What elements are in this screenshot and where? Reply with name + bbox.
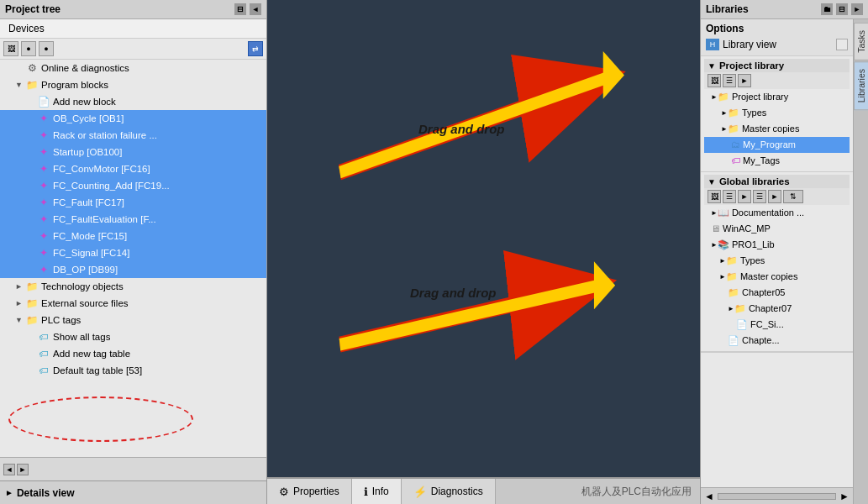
glob-lib-item-pro1-types[interactable]: ► 📁Types [704,253,850,269]
global-lib-chevron: ▼ [708,177,716,186]
tree-item-label: External source files [41,296,129,311]
lib-scroll-right[interactable]: ► [839,491,850,502]
proj-lib-item-types[interactable]: ► 📁Types [704,105,850,121]
toolbar-btn-3[interactable]: ● [39,41,54,56]
tree-item-program-blocks[interactable]: ▼📁Program blocks [0,76,266,93]
lib-item-icon: 📁 [718,90,729,104]
glob-lib-label: Chapter05 [742,286,785,300]
tree-item-rack-station[interactable]: ✦Rack or station failure ... [0,127,266,144]
lib-view-toggle[interactable] [836,39,848,50]
lib-icon-2[interactable]: ⊟ [836,3,848,15]
lib-icon-1[interactable]: 🖿 [821,3,833,15]
tab-info[interactable]: ℹ Info [352,479,402,504]
glob-lib-item-fc-si[interactable]: 📄FC_Si... [704,317,850,333]
lib-scroll-left[interactable]: ◄ [704,491,714,502]
global-libraries-header[interactable]: ▼ Global libraries [704,175,850,188]
star-icon: ✦ [37,264,50,276]
glob-lib-btn-3[interactable]: ► [738,190,751,203]
project-library-header[interactable]: ▼ Project library [704,59,850,72]
glob-lib-item-pro1-master[interactable]: ► 📁Master copies [704,269,850,285]
tree-item-add-new-tag-table[interactable]: 🏷Add new tag table [0,345,266,362]
tree-item-fc-mode[interactable]: ✦FC_Mode [FC15] [0,228,266,244]
glob-lib-arrow: ► [728,302,734,316]
tree-item-label: DB_OP [DB99] [53,262,118,277]
glob-lib-btn-2[interactable]: ☰ [723,190,736,203]
scroll-right-btn[interactable]: ► [17,464,29,475]
project-tree-title: Project tree [5,3,60,15]
proj-lib-item-master-copies[interactable]: ► 📁Master copies [704,121,850,137]
star-icon: ✦ [37,213,50,225]
star-icon: ✦ [37,129,50,141]
proj-lib-item-my-program[interactable]: 🗂My_Program [704,137,850,153]
tab-diagnostics[interactable]: ⚡ Diagnostics [402,479,496,504]
glob-lib-item-chapter-more[interactable]: 📄Chapte... [704,333,850,349]
tree-item-ext-source[interactable]: ►📁External source files [0,295,266,312]
lib-collapse-btn[interactable]: ► [851,3,863,15]
lib-bottom-bar: ◄ ► [701,487,853,504]
tab-info-label: Info [372,486,389,497]
toolbar-btn-2[interactable]: ● [21,41,36,56]
scroll-left-btn[interactable]: ◄ [3,464,15,475]
tree-item-label: FC_FaultEvaluation [F... [53,212,156,227]
glob-lib-item-documentation[interactable]: ► 📖Documentation ... [704,205,850,221]
tree-item-label: Rack or station failure ... [53,128,157,143]
tree-item-online-diag[interactable]: ⚙Online & diagnostics [0,60,266,76]
glob-lib-item-winac-mp[interactable]: 🖥WinAC_MP [704,221,850,237]
tree-arrow: ► [15,296,25,311]
panel-collapse-btn[interactable]: ◄ [250,3,261,15]
lib-header-icons: 🖿 ⊟ ► [821,3,863,15]
project-library-toolbar: 🖼 ☰ ► [704,72,850,89]
right-outer: Options H Library view ▼ Project library [701,19,868,504]
tree-scroll-inner[interactable]: ⚙Online & diagnostics▼📁Program blocks📄Ad… [0,60,266,457]
tree-item-add-new-block[interactable]: 📄Add new block [0,93,266,110]
tree-item-label: Startup [OB100] [53,144,122,160]
library-view-label: Library view [723,39,776,50]
tree-item-fc-convmotor[interactable]: ✦FC_ConvMotor [FC16] [0,160,266,177]
libraries-tab[interactable]: Libraries [854,61,869,110]
drag-label-bottom: Drag and drop [410,286,497,300]
proj-lib-btn-2[interactable]: ☰ [723,74,736,87]
tree-item-label: FC_Mode [FC15] [53,228,127,244]
glob-lib-item-pro1-lib[interactable]: ► 📚PRO1_Lib [704,237,850,253]
gear-icon: ⚙ [25,62,39,74]
tree-item-fc-faultevaluation[interactable]: ✦FC_FaultEvaluation [F... [0,211,266,228]
toolbar-btn-1[interactable]: 🖼 [3,41,18,56]
tree-item-default-tag-table[interactable]: 🏷Default tag table [53] [0,362,266,379]
details-view-section[interactable]: ► Details view [0,480,266,504]
tree-item-plc-tags[interactable]: ▼📁PLC tags [0,312,266,328]
panel-icon-1[interactable]: ⊟ [234,3,246,15]
tree-item-fc-fault[interactable]: ✦FC_Fault [FC17] [0,194,266,211]
bottom-tabs-bar: ⚙ Properties ℹ Info ⚡ Diagnostics 机器人及PL… [267,477,700,504]
proj-lib-item-proj-lib-root[interactable]: ► 📁Project library [704,89,850,105]
proj-lib-item-my-tags[interactable]: 🏷My_Tags [704,153,850,169]
tree-item-label: Default tag table [53] [53,363,142,378]
devices-tab[interactable]: Devices [0,19,266,39]
tree-item-tech-objects[interactable]: ►📁Technology objects [0,278,266,295]
lib-item-icon: 🏷 [731,154,740,168]
glob-lib-item-chapter07[interactable]: ► 📁Chapter07 [704,301,850,317]
glob-lib-btn-4[interactable]: ☰ [753,190,766,203]
lib-scroll-bar[interactable] [718,493,836,500]
tree-item-ob-cycle[interactable]: ✦OB_Cycle [OB1] [0,110,266,127]
project-library-section: ▼ Project library 🖼 ☰ ► ► 📁Project libra… [701,56,853,172]
tree-item-show-all-tags[interactable]: 🏷Show all tags [0,328,266,345]
main-container: Project tree ⊟ ◄ Devices 🖼 ● ● ⇄ ⚙Online… [0,0,868,504]
folder-icon: 📁 [25,79,39,91]
glob-lib-item-chapter05[interactable]: 📁Chapter05 [704,285,850,301]
toolbar-sync-btn[interactable]: ⇄ [248,41,263,56]
proj-lib-btn-1[interactable]: 🖼 [708,74,721,87]
glob-lib-scroll[interactable]: ⇅ [783,190,803,203]
glob-lib-icon: 📖 [718,206,729,220]
tree-item-fc-signal[interactable]: ✦FC_Signal [FC14] [0,244,266,261]
tab-properties[interactable]: ⚙ Properties [267,479,352,504]
tasks-tab[interactable]: Tasks [854,23,869,60]
tree-item-db-op[interactable]: ✦DB_OP [DB99] [0,261,266,278]
tree-item-label: FC_Fault [FC17] [53,195,124,210]
tree-item-fc-counting[interactable]: ✦FC_Counting_Add [FC19... [0,177,266,194]
glob-lib-btn-1[interactable]: 🖼 [708,190,721,203]
tree-item-startup[interactable]: ✦Startup [OB100] [0,144,266,160]
drag-label-top: Drag and drop [418,122,505,136]
glob-lib-btn-5[interactable]: ► [768,190,781,203]
library-view-row[interactable]: H Library view [706,37,848,52]
proj-lib-btn-3[interactable]: ► [738,74,751,87]
